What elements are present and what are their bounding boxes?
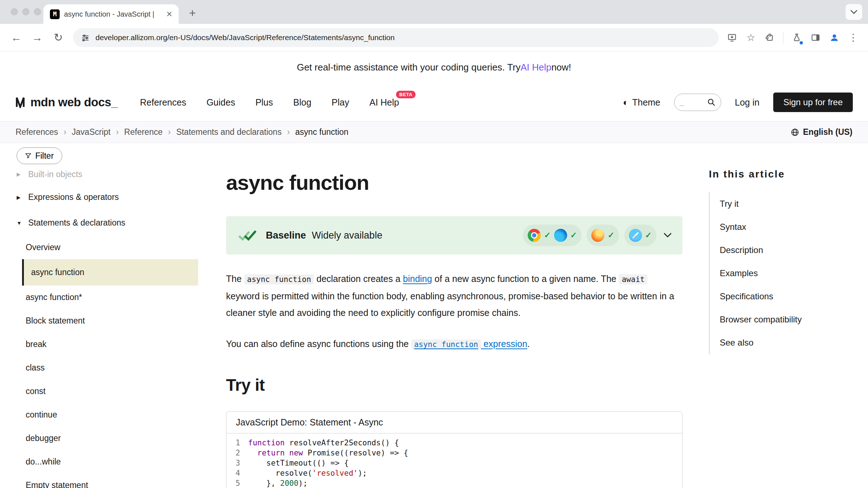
toc-item-description[interactable]: Description bbox=[720, 239, 864, 262]
sidebar-item-break[interactable]: break bbox=[22, 333, 198, 356]
toc-link[interactable]: Description bbox=[720, 245, 763, 255]
address-bar[interactable]: developer.allizom.org/en-US/docs/Web/Jav… bbox=[73, 28, 719, 47]
toc-item-see-also[interactable]: See also bbox=[720, 331, 864, 354]
page-content: Filter ▶ Built-in objects ▶ Expressions … bbox=[0, 143, 868, 488]
ai-help-banner-link[interactable]: AI Help bbox=[520, 62, 551, 73]
sidebar-section-label: Built-in objects bbox=[28, 170, 82, 179]
tab-close-icon[interactable]: × bbox=[165, 9, 174, 19]
text-segment: of a new async function to a given name.… bbox=[432, 274, 619, 284]
toc-link[interactable]: Specifications bbox=[720, 291, 773, 301]
expand-chevron-icon[interactable] bbox=[664, 233, 672, 238]
sidebar-section-built-in-objects[interactable]: ▶ Built-in objects bbox=[17, 164, 203, 184]
article: async function Baseline Widely available… bbox=[226, 143, 682, 488]
profile-icon[interactable] bbox=[826, 29, 843, 46]
back-button[interactable]: ← bbox=[7, 28, 26, 47]
breadcrumb-item[interactable]: Reference bbox=[124, 127, 162, 137]
line-number: 4 bbox=[226, 468, 248, 478]
support-check-icon: ✓ bbox=[544, 231, 550, 240]
nav-plus[interactable]: Plus bbox=[255, 97, 273, 108]
tab-search-button[interactable] bbox=[846, 4, 862, 20]
mdn-logo[interactable]: mdn web docs_ bbox=[15, 95, 118, 109]
sidebar-item-overview[interactable]: Overview bbox=[22, 236, 198, 259]
window-close-button[interactable] bbox=[11, 8, 18, 15]
sidebar-item-continue[interactable]: continue bbox=[22, 403, 198, 427]
install-icon[interactable] bbox=[724, 29, 740, 46]
breadcrumb-item[interactable]: Statements and declarations bbox=[176, 127, 282, 137]
sidebar-tree: ▶ Built-in objects ▶ Expressions & opera… bbox=[17, 164, 203, 488]
sidebar-item-async-function-star[interactable]: async function* bbox=[22, 286, 198, 309]
code-token: function bbox=[248, 438, 285, 447]
sidebar-item-class[interactable]: class bbox=[22, 356, 198, 380]
bookmark-star-icon[interactable]: ☆ bbox=[743, 29, 759, 46]
browser-tab[interactable]: M async function - JavaScript | × bbox=[43, 4, 179, 24]
signup-button[interactable]: Sign up for free bbox=[773, 93, 853, 112]
binding-link[interactable]: binding bbox=[403, 274, 432, 284]
support-pill-chromium: ✓ ✓ bbox=[523, 224, 582, 246]
sidebar-item-debugger[interactable]: debugger bbox=[22, 427, 198, 450]
toc-item-specifications[interactable]: Specifications bbox=[720, 285, 864, 308]
code-line: 5 }, 2000); bbox=[226, 478, 682, 488]
sidebar-item-empty-statement[interactable]: Empty statement bbox=[22, 474, 198, 488]
breadcrumb-item[interactable]: JavaScript bbox=[72, 127, 110, 137]
filter-button[interactable]: Filter bbox=[17, 147, 62, 164]
search-input[interactable]: _ bbox=[674, 94, 721, 111]
sidebar-item-const[interactable]: const bbox=[22, 380, 198, 403]
forward-button[interactable]: → bbox=[27, 28, 47, 47]
nav-play[interactable]: Play bbox=[332, 97, 349, 108]
sidebar-item-block-statement[interactable]: Block statement bbox=[22, 309, 198, 333]
toc-item-examples[interactable]: Examples bbox=[720, 262, 864, 285]
code-editor[interactable]: 1 function resolveAfter2Seconds() { 2 re… bbox=[226, 433, 682, 488]
labs-flask-icon[interactable] bbox=[788, 29, 805, 46]
mdn-logo-mark bbox=[15, 97, 26, 108]
toc-link[interactable]: Try it bbox=[720, 199, 739, 209]
search-hint: _ bbox=[680, 98, 703, 107]
theme-icon: ◐ bbox=[623, 97, 629, 108]
language-switcher[interactable]: English (US) bbox=[791, 127, 852, 137]
breadcrumb-separator: › bbox=[287, 127, 290, 137]
text-segment: . bbox=[527, 339, 530, 349]
browser-menu-icon[interactable]: ⋮ bbox=[845, 29, 861, 46]
support-check-icon: ✓ bbox=[645, 231, 652, 240]
window-minimize-button[interactable] bbox=[22, 8, 29, 15]
login-link[interactable]: Log in bbox=[735, 97, 760, 108]
sidebar-section-statements-declarations[interactable]: ▼ Statements & declarations bbox=[17, 210, 203, 236]
baseline-indicator[interactable]: Baseline Widely available ✓ ✓ ✓ bbox=[226, 216, 682, 254]
support-pill-safari: ✓ bbox=[624, 224, 656, 246]
sidebar-item-async-function[interactable]: async function bbox=[22, 259, 198, 286]
nav-blog[interactable]: Blog bbox=[293, 97, 311, 108]
sidebar-section-expressions-operators[interactable]: ▶ Expressions & operators bbox=[17, 184, 203, 210]
line-number: 5 bbox=[226, 478, 248, 488]
async-function-expression-link[interactable]: async function expression bbox=[411, 339, 527, 349]
theme-toggle[interactable]: ◐ Theme bbox=[623, 97, 660, 108]
nav-ai-help[interactable]: AI HelpBETA bbox=[369, 97, 399, 108]
toc-link[interactable]: Syntax bbox=[720, 222, 746, 232]
sidebar-item-do-while[interactable]: do...while bbox=[22, 450, 198, 474]
toc-link[interactable]: Examples bbox=[720, 268, 758, 278]
toc-item-try-it[interactable]: Try it bbox=[720, 192, 864, 215]
extensions-icon[interactable] bbox=[761, 29, 778, 46]
reload-button[interactable]: ↻ bbox=[48, 28, 68, 47]
code-token: 'resolved' bbox=[312, 469, 358, 478]
side-panel-icon[interactable] bbox=[807, 29, 824, 46]
toc-item-syntax[interactable]: Syntax bbox=[720, 215, 864, 239]
disclosure-triangle-icon: ▼ bbox=[17, 220, 23, 226]
toc-link[interactable]: See also bbox=[720, 338, 753, 348]
intro-paragraph: The async function declaration creates a… bbox=[226, 270, 682, 321]
nav-guides[interactable]: Guides bbox=[207, 97, 235, 108]
toc-link[interactable]: Browser compatibility bbox=[720, 314, 802, 325]
new-tab-button[interactable]: + bbox=[184, 5, 200, 21]
toc-item-browser-compatibility[interactable]: Browser compatibility bbox=[720, 308, 864, 331]
sidebar-item-list: Overview async function async function* … bbox=[22, 236, 203, 488]
demo-title: JavaScript Demo: Statement - Async bbox=[226, 412, 682, 433]
link-text: expression bbox=[481, 339, 527, 349]
firefox-icon bbox=[591, 229, 604, 242]
nav-references[interactable]: References bbox=[140, 97, 186, 108]
code-token: resolve( bbox=[248, 469, 312, 478]
inline-code-async-function: async function bbox=[411, 339, 481, 350]
breadcrumb-item[interactable]: References bbox=[16, 127, 58, 137]
line-number: 2 bbox=[226, 448, 248, 458]
edge-icon bbox=[554, 229, 567, 242]
tab-title: async function - JavaScript | bbox=[64, 10, 161, 18]
window-zoom-button[interactable] bbox=[34, 8, 41, 15]
site-info-icon[interactable] bbox=[81, 33, 90, 42]
